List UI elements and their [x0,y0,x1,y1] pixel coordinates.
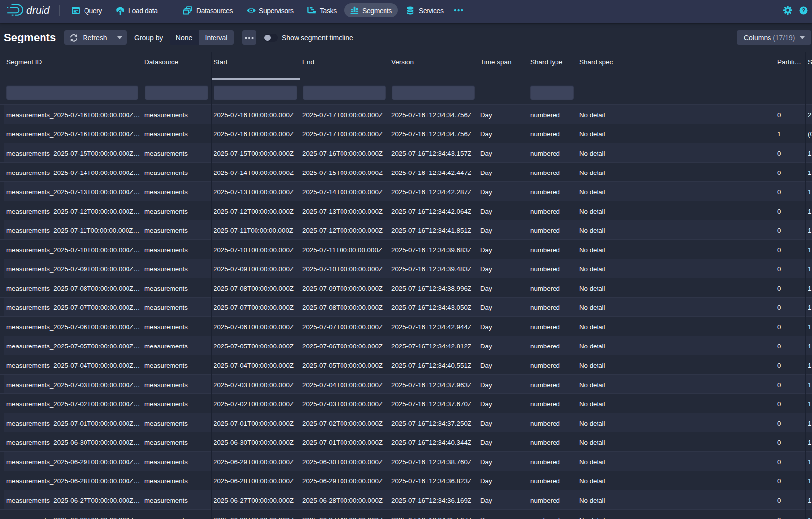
svg-text:?: ? [802,7,805,13]
